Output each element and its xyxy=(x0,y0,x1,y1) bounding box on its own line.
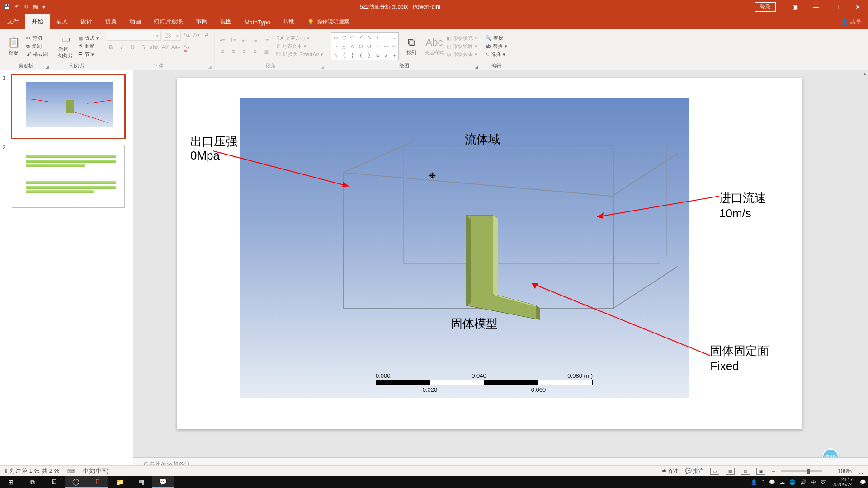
slide-thumb-2[interactable]: 2 xyxy=(5,145,128,208)
slide-thumbnail-panel[interactable]: 1 2 xyxy=(0,70,133,471)
decrease-font-icon[interactable]: A▾ xyxy=(193,31,201,39)
undo-icon[interactable]: ↶ xyxy=(15,4,19,10)
slide-editor[interactable]: 流体域 固体模型 ✥ 0.000 0.040 0.080 (m) xyxy=(133,70,868,471)
zoom-out-icon[interactable]: − xyxy=(772,468,775,474)
signin-button[interactable]: 登录 xyxy=(755,2,776,12)
decrease-indent-icon[interactable]: ⇤ xyxy=(240,37,248,45)
text-direction-button[interactable]: ↧A文字方向 ▾ xyxy=(276,35,323,42)
align-left-icon[interactable]: ≡ xyxy=(218,47,226,56)
zoom-level[interactable]: 108% xyxy=(838,468,852,474)
tab-animations[interactable]: 动画 xyxy=(123,14,147,29)
replace-button[interactable]: ab替换 ▾ xyxy=(485,43,507,50)
ribbon-display-options-icon[interactable]: ▣ xyxy=(785,4,806,10)
tab-home[interactable]: 开始 xyxy=(25,14,50,29)
bold-icon[interactable]: B xyxy=(107,43,115,52)
justify-icon[interactable]: ≡ xyxy=(251,47,259,56)
tab-file[interactable]: 文件 xyxy=(1,14,25,29)
select-button[interactable]: ↖选择 ▾ xyxy=(485,51,507,58)
paragraph-launcher-icon[interactable]: ◢ xyxy=(321,65,324,69)
tab-transitions[interactable]: 切换 xyxy=(99,14,123,29)
strikethrough-icon[interactable]: S xyxy=(139,43,147,52)
tab-slideshow[interactable]: 幻灯片放映 xyxy=(147,14,189,29)
task-view-icon[interactable]: ⧉ xyxy=(22,476,43,488)
spellcheck-icon[interactable]: ⌨ xyxy=(67,468,75,474)
fit-to-window-icon[interactable]: ⛶ xyxy=(858,468,863,474)
tray-chevron-icon[interactable]: ˄ xyxy=(762,479,764,485)
people-icon[interactable]: 👤 xyxy=(751,479,757,485)
volume-icon[interactable]: 🔊 xyxy=(800,479,807,485)
shape-effects-button[interactable]: ◎形状效果 ▾ xyxy=(447,51,477,58)
increase-font-icon[interactable]: A▴ xyxy=(183,31,191,39)
tab-help[interactable]: 帮助 xyxy=(277,14,301,29)
share-button[interactable]: 👤 共享 xyxy=(835,14,868,29)
align-center-icon[interactable]: ≡ xyxy=(229,47,237,56)
copy-button[interactable]: ⧉复制 xyxy=(26,43,48,50)
columns-icon[interactable]: ▥ xyxy=(262,47,270,56)
language-indicator[interactable]: 中文(中国) xyxy=(83,467,108,475)
align-text-button[interactable]: ⇵对齐文本 ▾ xyxy=(276,43,323,50)
increase-indent-icon[interactable]: ⇥ xyxy=(251,37,259,45)
file-explorer-icon[interactable]: 📁 xyxy=(108,476,130,488)
clipboard-launcher-icon[interactable]: ◢ xyxy=(46,65,49,69)
tab-mathtype[interactable]: MathType xyxy=(238,16,277,29)
onedrive-icon[interactable]: ☁ xyxy=(780,479,785,485)
start-button[interactable]: ⊞ xyxy=(0,476,22,488)
clear-formatting-icon[interactable]: A̶ xyxy=(203,31,211,39)
change-case-icon[interactable]: Aa▾ xyxy=(172,43,180,52)
drawing-launcher-icon[interactable]: ◢ xyxy=(475,65,478,69)
ime-indicator-1[interactable]: 中 xyxy=(811,479,816,486)
maximize-icon[interactable]: ☐ xyxy=(826,4,847,10)
bullets-icon[interactable]: •≡ xyxy=(218,37,226,45)
slide-canvas[interactable]: 流体域 固体模型 ✥ 0.000 0.040 0.080 (m) xyxy=(177,78,802,429)
font-name-combo[interactable]: ▾ xyxy=(107,31,161,41)
new-slide-button[interactable]: ▭新建 幻灯片 xyxy=(56,32,75,60)
vertical-scrollbar[interactable]: ▲ ▼ xyxy=(860,70,868,471)
format-painter-button[interactable]: 🖌格式刷 xyxy=(26,51,48,58)
underline-icon[interactable]: U xyxy=(128,43,137,52)
tab-design[interactable]: 设计 xyxy=(74,14,99,29)
start-from-beginning-icon[interactable]: ▧ xyxy=(33,4,38,10)
normal-view-icon[interactable]: ▭ xyxy=(710,468,719,475)
tab-insert[interactable]: 插入 xyxy=(50,14,74,29)
chrome-icon[interactable]: ◯ xyxy=(65,476,87,488)
italic-icon[interactable]: I xyxy=(118,43,126,52)
scroll-up-icon[interactable]: ▲ xyxy=(863,71,867,76)
calculator-icon[interactable]: 🖩 xyxy=(43,476,65,488)
char-spacing-icon[interactable]: AV xyxy=(161,43,169,52)
zoom-in-icon[interactable]: + xyxy=(828,468,831,474)
network-icon[interactable]: 🌐 xyxy=(789,479,796,485)
minimize-icon[interactable]: — xyxy=(806,4,826,10)
shapes-gallery[interactable]: ▭▢⬭／＼↑↓▭ ○△◇⬠⬡↔⇨⇦ ☆{}()↘↙▾ xyxy=(331,32,399,60)
find-button[interactable]: 🔍查找 xyxy=(485,35,507,42)
arrange-button[interactable]: ⧉排列 xyxy=(401,32,421,60)
slide-thumb-1[interactable]: 1 xyxy=(5,75,128,138)
tab-review[interactable]: 审阅 xyxy=(189,14,214,29)
convert-smartart-button[interactable]: ⿴转换为 SmartArt ▾ xyxy=(276,51,323,58)
shape-fill-button[interactable]: ◧形状填充 ▾ xyxy=(447,35,477,42)
font-launcher-icon[interactable]: ◢ xyxy=(208,65,212,69)
font-size-combo[interactable]: 28▾ xyxy=(163,31,181,41)
save-icon[interactable]: 💾 xyxy=(4,4,10,10)
align-right-icon[interactable]: ≡ xyxy=(240,47,248,56)
comments-toggle[interactable]: 💬 批注 xyxy=(685,467,704,475)
wechat-icon[interactable]: 💬 xyxy=(152,476,174,488)
app-icon[interactable]: ▦ xyxy=(130,476,152,488)
section-button[interactable]: ☰节 ▾ xyxy=(78,51,99,58)
action-center-icon[interactable]: 💬 xyxy=(860,479,866,485)
numbering-icon[interactable]: 1≡ xyxy=(229,37,237,45)
tell-me-search[interactable]: 💡操作说明搜索 xyxy=(301,15,356,29)
zoom-slider[interactable] xyxy=(781,470,822,472)
shape-outline-button[interactable]: ◫形状轮廓 ▾ xyxy=(447,43,477,50)
tab-view[interactable]: 视图 xyxy=(214,14,238,29)
powerpoint-icon[interactable]: P xyxy=(87,476,108,488)
cut-button[interactable]: ✂剪切 xyxy=(26,35,48,42)
slideshow-view-icon[interactable]: ▣ xyxy=(756,468,765,475)
ime-indicator-2[interactable]: 英 xyxy=(821,479,826,486)
close-icon[interactable]: ✕ xyxy=(847,4,868,10)
reset-button[interactable]: ↺重置 xyxy=(78,43,99,50)
text-shadow-icon[interactable]: abc xyxy=(150,43,158,52)
sorter-view-icon[interactable]: ▦ xyxy=(726,468,735,475)
layout-button[interactable]: ▤版式 ▾ xyxy=(78,35,99,42)
quick-styles-button[interactable]: Abc快速样式 xyxy=(424,32,444,60)
line-spacing-icon[interactable]: ↕≡ xyxy=(262,37,270,45)
